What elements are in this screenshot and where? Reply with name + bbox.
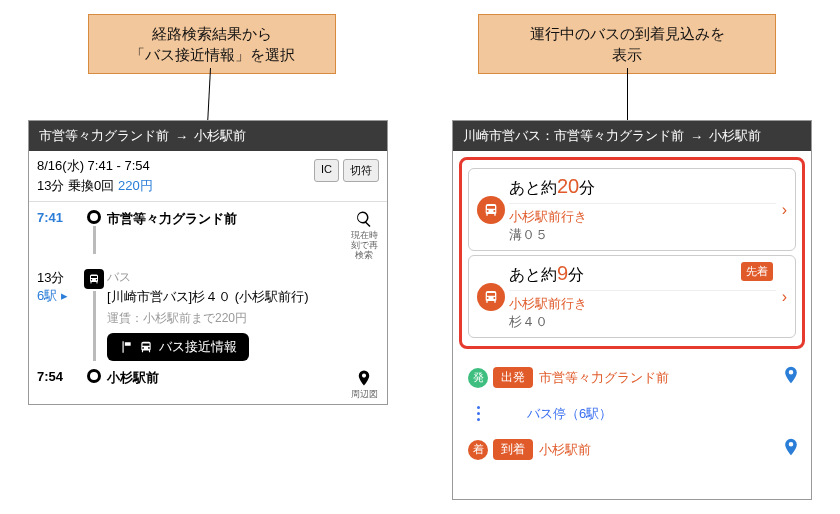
segment-row: 13分 6駅 ▸ バス [川崎市営バス]杉４０ (小杉駅前行) 運賃：小杉駅前ま…: [37, 265, 379, 365]
chevron-right-icon: ›: [776, 262, 787, 331]
bus-icon: [139, 340, 153, 354]
bus-approach-label: バス接近情報: [159, 338, 237, 356]
route-line-icon: [93, 226, 96, 254]
depart-stop-row: 発 出発 市営等々力グランド前: [463, 359, 801, 396]
annotation-text: 「バス接近情報」を選択: [107, 44, 317, 65]
segment-route: [川崎市営バス]杉４０ (小杉駅前行): [107, 288, 349, 306]
map-button[interactable]: 周辺図: [349, 369, 379, 400]
node-dot-icon: [87, 369, 101, 383]
bus-icon: [84, 269, 104, 289]
arrive-stop-name: 小杉駅前: [539, 441, 591, 459]
divider: [509, 203, 776, 204]
annotation-text: 運行中のバスの到着見込みを: [497, 23, 757, 44]
ic-badge[interactable]: IC: [314, 159, 339, 182]
arrive-stop-row: 着 到着 小杉駅前: [463, 431, 801, 468]
search-again-button[interactable]: 現在時刻で再検索: [349, 210, 379, 261]
pin-icon: [355, 369, 373, 387]
route-line-icon: [93, 291, 96, 361]
arrow-icon: →: [690, 129, 703, 144]
arrow-icon: →: [175, 129, 188, 144]
depart-name: 市営等々力グランド前: [107, 211, 237, 226]
route-header: 市営等々力グランド前 → 小杉駅前: [29, 121, 387, 151]
arrival-dest: 小杉駅前行き: [509, 295, 776, 313]
arrival-card[interactable]: あと約9分 先着 小杉駅前行き 杉４０ ›: [468, 255, 796, 338]
route-header-from: 市営等々力グランド前: [39, 127, 169, 145]
annotation-right: 運行中のバスの到着見込みを 表示: [478, 14, 776, 74]
intermediate-stops-row[interactable]: バス停（6駅）: [463, 396, 801, 431]
arrival-route: 杉４０: [509, 313, 776, 331]
bus-approach-panel: 川崎市営バス ： 市営等々力グランド前 → 小杉駅前 あと約20分 小杉駅前行き…: [452, 120, 812, 500]
arrive-name: 小杉駅前: [107, 370, 159, 385]
map-pin-button[interactable]: [781, 365, 801, 390]
segment-type: バス: [107, 269, 349, 286]
search-again-label: 現在時刻で再検索: [349, 231, 379, 261]
route-detail: 7:41 市営等々力グランド前 現在時刻で再検索 13分 6駅 ▸: [29, 202, 387, 412]
annotation-text: 経路検索結果から: [107, 23, 317, 44]
node-dot-icon: [87, 210, 101, 224]
arrive-time: 7:54: [37, 369, 81, 384]
chevron-right-icon: ›: [776, 175, 787, 244]
depart-badge-icon: 発: [468, 368, 488, 388]
arrive-row: 7:54 小杉駅前 周辺図: [37, 365, 379, 404]
route-summary: 8/16(水) 7:41 - 7:54 13分 乗換0回 220円 IC 切符: [29, 151, 387, 202]
arrive-pill: 到着: [493, 439, 533, 460]
eta-minutes: 9: [557, 262, 568, 284]
route-result-panel: 市営等々力グランド前 → 小杉駅前 8/16(水) 7:41 - 7:54 13…: [28, 120, 388, 405]
depart-time: 7:41: [37, 210, 81, 225]
depart-pill: 出発: [493, 367, 533, 388]
header-sep: ：: [541, 127, 554, 145]
segment-fare: 運賃：小杉駅前まで220円: [107, 310, 349, 327]
summary-fare: 220円: [118, 178, 153, 193]
arrival-route: 溝０５: [509, 226, 776, 244]
arrivals-highlight-box: あと約20分 小杉駅前行き 溝０５ › あと約9分 先着 小杉駅: [459, 157, 805, 349]
map-pin-button[interactable]: [781, 437, 801, 462]
route-header-to: 小杉駅前: [194, 127, 246, 145]
header-operator: 川崎市営バス: [463, 127, 541, 145]
segment-duration: 13分: [37, 270, 64, 285]
intermediate-stops-label: バス停（6駅）: [527, 405, 612, 423]
arrival-dest: 小杉駅前行き: [509, 208, 776, 226]
eta-prefix: あと約: [509, 179, 557, 196]
ticket-badge[interactable]: 切符: [343, 159, 379, 182]
bus-stop-icon: [119, 340, 133, 354]
search-icon: [355, 210, 373, 228]
bus-icon: [477, 283, 505, 311]
bus-icon: [477, 196, 505, 224]
eta-suffix: 分: [568, 266, 584, 283]
header-from: 市営等々力グランド前: [554, 127, 684, 145]
stops-list: 発 出発 市営等々力グランド前 バス停（6駅） 着 到着 小杉駅前: [453, 355, 811, 478]
arrival-card[interactable]: あと約20分 小杉駅前行き 溝０５ ›: [468, 168, 796, 251]
segment-stops-link[interactable]: 6駅 ▸: [37, 288, 68, 303]
annotation-text: 表示: [497, 44, 757, 65]
eta-prefix: あと約: [509, 266, 557, 283]
arrive-badge-icon: 着: [468, 440, 488, 460]
header-to: 小杉駅前: [709, 127, 761, 145]
map-label: 周辺図: [349, 390, 379, 400]
summary-duration: 13分 乗換0回: [37, 178, 114, 193]
depart-stop-name: 市営等々力グランド前: [539, 369, 669, 387]
eta-minutes: 20: [557, 175, 579, 197]
depart-row: 7:41 市営等々力グランド前 現在時刻で再検索: [37, 206, 379, 265]
approach-header: 川崎市営バス ： 市営等々力グランド前 → 小杉駅前: [453, 121, 811, 151]
bus-approach-button[interactable]: バス接近情報: [107, 333, 249, 361]
first-arrival-tag: 先着: [741, 262, 773, 281]
dots-vertical-icon: [477, 402, 480, 425]
annotation-left: 経路検索結果から 「バス接近情報」を選択: [88, 14, 336, 74]
eta-suffix: 分: [579, 179, 595, 196]
divider: [509, 290, 776, 291]
